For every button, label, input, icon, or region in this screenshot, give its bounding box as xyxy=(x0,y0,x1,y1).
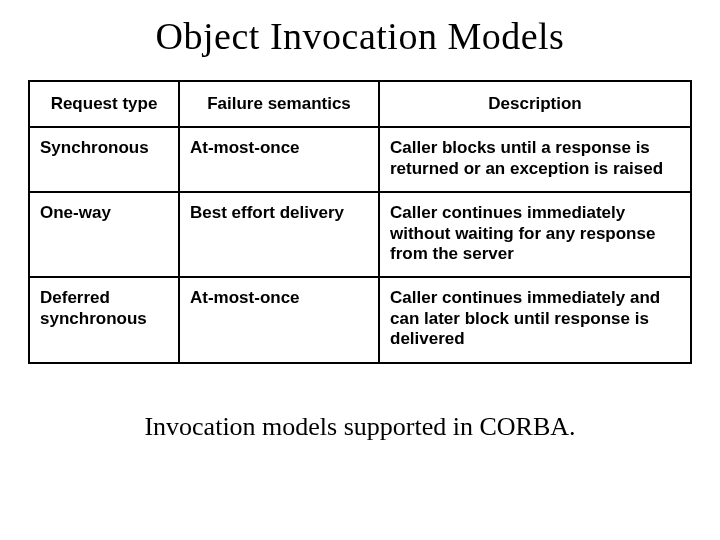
cell-request-type: Synchronous xyxy=(29,127,179,192)
cell-failure-semantics: At-most-once xyxy=(179,277,379,362)
invocation-models-table: Request type Failure semantics Descripti… xyxy=(28,80,692,364)
cell-failure-semantics: At-most-once xyxy=(179,127,379,192)
table-row: Deferred synchronous At-most-once Caller… xyxy=(29,277,691,362)
invocation-models-table-wrap: Request type Failure semantics Descripti… xyxy=(28,80,692,364)
cell-description: Caller blocks until a response is return… xyxy=(379,127,691,192)
cell-description: Caller continues immediately without wai… xyxy=(379,192,691,277)
cell-request-type: Deferred synchronous xyxy=(29,277,179,362)
header-description: Description xyxy=(379,81,691,127)
header-request-type: Request type xyxy=(29,81,179,127)
header-failure-semantics: Failure semantics xyxy=(179,81,379,127)
slide-caption: Invocation models supported in CORBA. xyxy=(0,412,720,442)
table-header-row: Request type Failure semantics Descripti… xyxy=(29,81,691,127)
cell-failure-semantics: Best effort delivery xyxy=(179,192,379,277)
cell-description: Caller continues immediately and can lat… xyxy=(379,277,691,362)
slide-title: Object Invocation Models xyxy=(0,14,720,58)
slide: Object Invocation Models Request type Fa… xyxy=(0,14,720,540)
table-row: Synchronous At-most-once Caller blocks u… xyxy=(29,127,691,192)
table-row: One-way Best effort delivery Caller cont… xyxy=(29,192,691,277)
cell-request-type: One-way xyxy=(29,192,179,277)
